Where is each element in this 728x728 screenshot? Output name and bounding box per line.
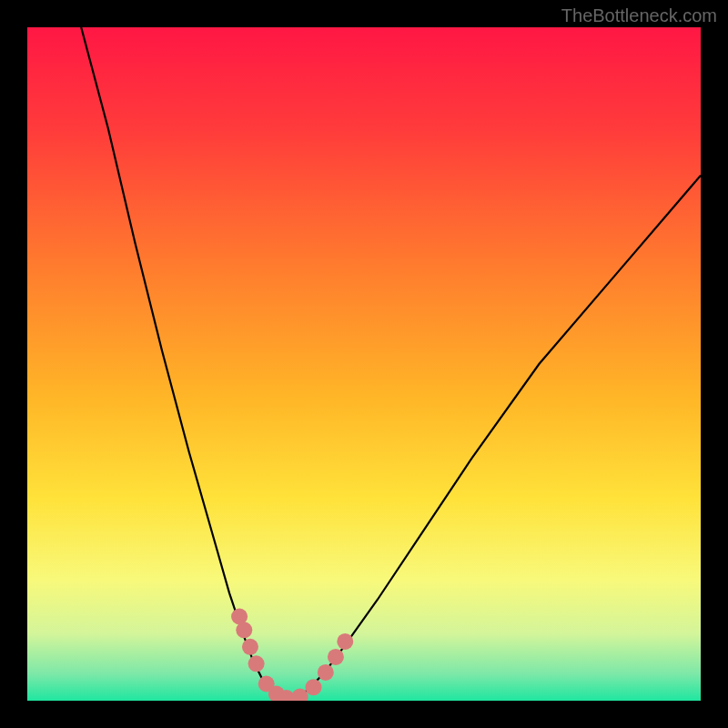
svg-rect-0 xyxy=(27,27,701,701)
watermark-text: TheBottleneck.com xyxy=(561,5,717,26)
chart-container: TheBottleneck.com xyxy=(0,0,728,728)
background-gradient xyxy=(27,27,701,701)
plot-area xyxy=(27,27,701,701)
